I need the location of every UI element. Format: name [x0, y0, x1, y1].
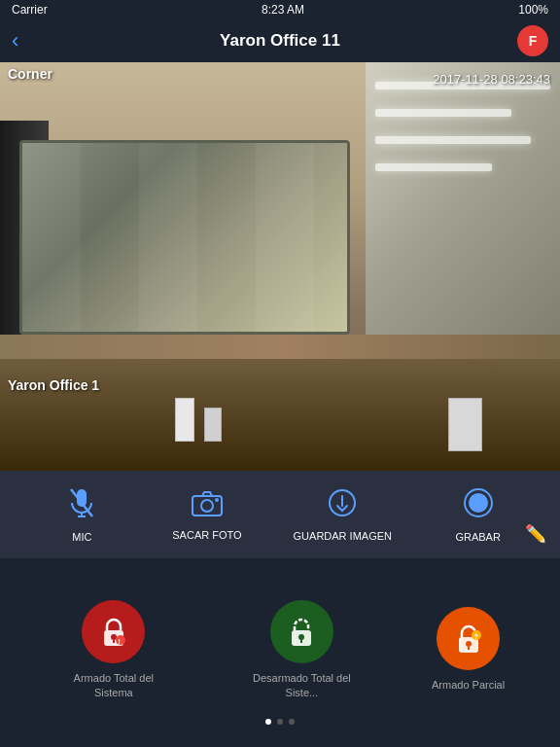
status-bar: Carrier 8:23 AM 100%	[0, 0, 560, 19]
svg-point-5	[201, 500, 213, 512]
record-button[interactable]: GRABAR	[439, 487, 517, 543]
page-dot-2	[277, 719, 283, 725]
armed-partial-label: Armado Parcial	[432, 678, 505, 692]
right-lights	[375, 82, 550, 237]
armed-partial-icon: ?	[437, 607, 500, 670]
photo-label: SACAR FOTO	[172, 529, 241, 541]
carrier-text: Carrier	[12, 3, 48, 17]
save-button[interactable]: GUARDAR IMAGEN	[294, 488, 392, 542]
back-button[interactable]: ‹	[12, 28, 18, 53]
camera-feed: 2017-11-28 08:23:43 Corner Yaron Office …	[0, 62, 560, 471]
mic-label: MIC	[72, 531, 91, 543]
bottom-section: ! Armado Total del Sistema Desarmado Tot…	[0, 558, 560, 747]
svg-text:!: !	[118, 637, 120, 644]
desk-item-1	[175, 398, 194, 442]
disarmed-total-button[interactable]: Desarmado Total del Siste...	[243, 600, 360, 699]
controls-bar: MIC SACAR FOTO GUARDAR IMAGEN	[0, 471, 560, 558]
desk-top	[0, 335, 560, 359]
desk-area	[0, 335, 560, 471]
svg-point-19	[466, 641, 472, 647]
edit-button[interactable]: ✏️	[525, 523, 546, 545]
light-strip-4	[375, 163, 492, 171]
page-dot-1	[265, 719, 271, 725]
window-glass	[19, 140, 350, 335]
mic-off-icon	[68, 487, 95, 525]
armed-total-icon: !	[82, 600, 145, 663]
save-icon	[328, 488, 357, 524]
favorite-button[interactable]: F	[517, 25, 548, 56]
armed-total-label: Armado Total del Sistema	[55, 671, 172, 699]
svg-point-9	[469, 493, 488, 513]
mic-button[interactable]: MIC	[43, 487, 121, 543]
record-icon	[463, 487, 494, 525]
alarm-buttons: ! Armado Total del Sistema Desarmado Tot…	[0, 600, 560, 699]
disarmed-total-icon	[270, 600, 333, 663]
svg-text:?: ?	[473, 632, 477, 639]
save-label: GUARDAR IMAGEN	[294, 530, 392, 542]
page-title: Yaron Office 11	[220, 31, 340, 51]
desk-item-3	[448, 398, 482, 451]
desk-item-2	[204, 408, 222, 442]
light-strip-2	[375, 109, 511, 117]
light-strip-3	[375, 136, 531, 144]
camera-canvas: 2017-11-28 08:23:43 Corner Yaron Office …	[0, 62, 560, 471]
svg-point-13	[116, 635, 125, 645]
svg-point-16	[298, 634, 304, 640]
svg-point-6	[215, 498, 219, 502]
right-wall	[366, 62, 560, 335]
disarmed-total-label: Desarmado Total del Siste...	[243, 671, 360, 699]
photo-button[interactable]: SACAR FOTO	[168, 489, 246, 541]
camera-label: Yaron Office 1	[8, 377, 99, 393]
corner-label: Corner	[0, 62, 60, 86]
window-reflection	[22, 143, 347, 332]
nav-bar: ‹ Yaron Office 11 F	[0, 19, 560, 62]
armed-partial-button[interactable]: ? Armado Parcial	[432, 607, 505, 692]
camera-timestamp: 2017-11-28 08:23:43	[433, 72, 550, 87]
page-dots	[265, 719, 295, 725]
time-text: 8:23 AM	[262, 3, 304, 17]
page-dot-3	[289, 719, 295, 725]
battery-text: 100%	[518, 3, 548, 17]
camera-icon	[192, 489, 223, 523]
record-label: GRABAR	[455, 531, 500, 543]
armed-total-button[interactable]: ! Armado Total del Sistema	[55, 600, 172, 699]
